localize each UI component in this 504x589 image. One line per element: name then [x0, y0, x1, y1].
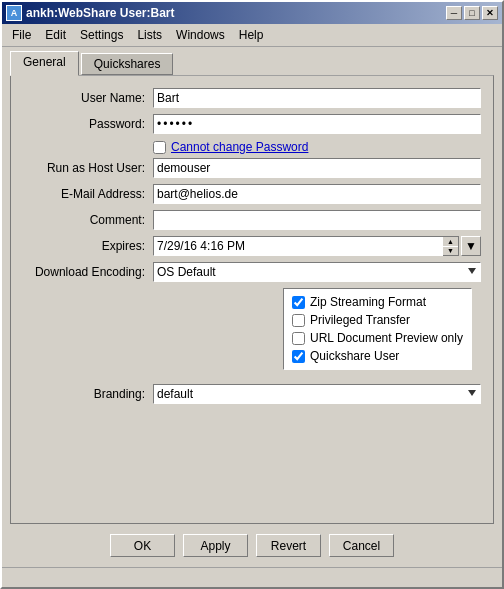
menu-file[interactable]: File	[6, 26, 37, 44]
menu-windows[interactable]: Windows	[170, 26, 231, 44]
menu-edit[interactable]: Edit	[39, 26, 72, 44]
privileged-transfer-checkbox[interactable]	[292, 314, 305, 327]
minimize-button[interactable]: ─	[446, 6, 462, 20]
main-window: A ankh:WebShare User:Bart ─ □ ✕ File Edi…	[0, 0, 504, 589]
cannot-change-row: Cannot change Password	[23, 140, 481, 154]
privileged-transfer-label: Privileged Transfer	[310, 313, 410, 327]
expires-dropdown-button[interactable]: ▼	[461, 236, 481, 256]
download-encoding-row: Download Encoding: OS Default UTF-8 Lati…	[23, 262, 481, 282]
comment-input[interactable]	[153, 210, 481, 230]
tab-bar: General Quickshares	[2, 47, 502, 75]
url-preview-label: URL Document Preview only	[310, 331, 463, 345]
expires-down-button[interactable]: ▼	[443, 246, 458, 256]
checkboxes-section: Zip Streaming Format Privileged Transfer…	[283, 288, 472, 370]
ok-button[interactable]: OK	[110, 534, 175, 557]
close-button[interactable]: ✕	[482, 6, 498, 20]
email-input[interactable]	[153, 184, 481, 204]
tab-quickshares[interactable]: Quickshares	[81, 53, 174, 75]
expires-spinner: ▲ ▼	[443, 236, 459, 256]
password-row: Password:	[23, 114, 481, 134]
checkboxes-row: Zip Streaming Format Privileged Transfer…	[23, 288, 481, 378]
status-bar	[2, 567, 502, 587]
zip-streaming-checkbox[interactable]	[292, 296, 305, 309]
maximize-button[interactable]: □	[464, 6, 480, 20]
zip-streaming-item: Zip Streaming Format	[292, 295, 463, 309]
quickshare-user-label: Quickshare User	[310, 349, 399, 363]
main-panel: User Name: Password: Cannot change Passw…	[10, 75, 494, 524]
username-row: User Name:	[23, 88, 481, 108]
comment-label: Comment:	[23, 213, 153, 227]
runashost-label: Run as Host User:	[23, 161, 153, 175]
url-preview-item: URL Document Preview only	[292, 331, 463, 345]
button-bar: OK Apply Revert Cancel	[2, 524, 502, 567]
title-buttons: ─ □ ✕	[446, 6, 498, 20]
quickshare-user-checkbox[interactable]	[292, 350, 305, 363]
menu-lists[interactable]: Lists	[131, 26, 168, 44]
expires-input[interactable]	[153, 236, 443, 256]
apply-button[interactable]: Apply	[183, 534, 248, 557]
email-row: E-Mail Address:	[23, 184, 481, 204]
password-input[interactable]	[153, 114, 481, 134]
expires-label: Expires:	[23, 239, 153, 253]
username-input[interactable]	[153, 88, 481, 108]
cannot-change-checkbox[interactable]	[153, 141, 166, 154]
app-icon: A	[6, 5, 22, 21]
privileged-transfer-item: Privileged Transfer	[292, 313, 463, 327]
branding-row: Branding: default custom	[23, 384, 481, 404]
tab-general[interactable]: General	[10, 51, 79, 76]
title-bar-left: A ankh:WebShare User:Bart	[6, 5, 175, 21]
menu-help[interactable]: Help	[233, 26, 270, 44]
window-title: ankh:WebShare User:Bart	[26, 6, 175, 20]
comment-row: Comment:	[23, 210, 481, 230]
runashost-input[interactable]	[153, 158, 481, 178]
branding-select[interactable]: default custom	[153, 384, 481, 404]
password-label: Password:	[23, 117, 153, 131]
cannot-change-label: Cannot change Password	[171, 140, 308, 154]
menu-bar: File Edit Settings Lists Windows Help	[2, 24, 502, 47]
runashost-row: Run as Host User:	[23, 158, 481, 178]
zip-streaming-label: Zip Streaming Format	[310, 295, 426, 309]
branding-label: Branding:	[23, 387, 153, 401]
revert-button[interactable]: Revert	[256, 534, 321, 557]
username-label: User Name:	[23, 91, 153, 105]
download-encoding-label: Download Encoding:	[23, 265, 153, 279]
quickshare-user-item: Quickshare User	[292, 349, 463, 363]
cancel-button[interactable]: Cancel	[329, 534, 394, 557]
url-preview-checkbox[interactable]	[292, 332, 305, 345]
expires-up-button[interactable]: ▲	[443, 237, 458, 246]
expires-container: ▲ ▼ ▼	[153, 236, 481, 256]
email-label: E-Mail Address:	[23, 187, 153, 201]
menu-settings[interactable]: Settings	[74, 26, 129, 44]
download-encoding-select[interactable]: OS Default UTF-8 Latin-1	[153, 262, 481, 282]
title-bar: A ankh:WebShare User:Bart ─ □ ✕	[2, 2, 502, 24]
expires-row: Expires: ▲ ▼ ▼	[23, 236, 481, 256]
